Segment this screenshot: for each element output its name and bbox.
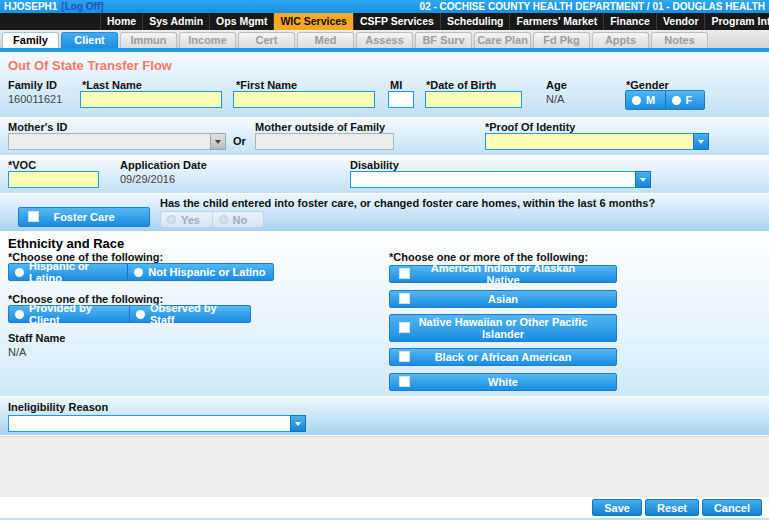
dropdown-arrow-button[interactable] bbox=[693, 133, 709, 150]
record-tabs: Family Client Immun Income Cert Med Asse… bbox=[0, 30, 769, 48]
age-value: N/A bbox=[546, 93, 564, 105]
gender-option-male[interactable]: M bbox=[626, 91, 665, 109]
application-date-value: 09/29/2016 bbox=[120, 173, 175, 185]
mi-input[interactable] bbox=[388, 91, 414, 108]
tab-appts[interactable]: Appts bbox=[592, 32, 649, 48]
save-button[interactable]: Save bbox=[592, 499, 642, 516]
ethnicity-race-section: Ethnicity and Race *Choose one of the fo… bbox=[0, 232, 769, 397]
radio-icon bbox=[167, 215, 176, 224]
proof-of-identity-label: *Proof Of Identity bbox=[485, 121, 575, 133]
menu-farmers-market[interactable]: Farmers' Market bbox=[509, 13, 603, 30]
ineligibility-select[interactable] bbox=[8, 415, 306, 432]
identity-row: Out Of State Transfer Flow Family ID 160… bbox=[0, 52, 769, 118]
family-id-label: Family ID bbox=[8, 79, 57, 91]
tab-family[interactable]: Family bbox=[2, 32, 59, 48]
checkbox-icon bbox=[399, 351, 410, 362]
empty-area bbox=[0, 436, 769, 497]
page-title: Out Of State Transfer Flow bbox=[8, 58, 172, 73]
gender-toggle: M F bbox=[625, 90, 705, 110]
radio-icon bbox=[134, 268, 143, 277]
dropdown-arrow-button[interactable] bbox=[210, 133, 226, 150]
last-name-label: *Last Name bbox=[82, 79, 142, 91]
foster-yes-no-toggle: Yes No bbox=[160, 211, 264, 228]
mother-outside-input[interactable] bbox=[255, 133, 394, 150]
menu-csfp-services[interactable]: CSFP Services bbox=[353, 13, 440, 30]
first-name-input[interactable] bbox=[233, 91, 375, 108]
last-name-input[interactable] bbox=[80, 91, 222, 108]
menu-ops-mgmt[interactable]: Ops Mgmt bbox=[209, 13, 273, 30]
disability-select[interactable] bbox=[350, 171, 651, 188]
radio-icon bbox=[15, 268, 24, 277]
race-option-white[interactable]: White bbox=[389, 373, 617, 391]
username: HJOSEPH1 bbox=[4, 1, 57, 12]
race-option-black[interactable]: Black or African American bbox=[389, 348, 617, 366]
menu-finance[interactable]: Finance bbox=[603, 13, 656, 30]
checkbox-icon bbox=[399, 268, 410, 279]
ethnicity-option-not-hispanic[interactable]: Not Hispanic or Latino bbox=[127, 264, 273, 280]
source-option-staff[interactable]: Observed by Staff bbox=[129, 306, 250, 322]
radio-icon bbox=[219, 215, 228, 224]
family-id-value: 160011621 bbox=[8, 93, 62, 105]
race-option-american-indian[interactable]: American Indian or Alaskan Native bbox=[389, 265, 617, 283]
cancel-button[interactable]: Cancel bbox=[702, 499, 762, 516]
dropdown-arrow-button[interactable] bbox=[290, 415, 306, 432]
dob-label: *Date of Birth bbox=[426, 79, 496, 91]
tab-fd-pkg[interactable]: Fd Pkg bbox=[533, 32, 590, 48]
gender-option-female[interactable]: F bbox=[665, 91, 705, 109]
ineligibility-row: Ineligibility Reason bbox=[0, 397, 769, 436]
checkbox-icon bbox=[28, 211, 39, 222]
foster-care-question: Has the child entered into foster care, … bbox=[160, 197, 655, 209]
tab-bf-surv[interactable]: BF Surv bbox=[415, 32, 472, 48]
tab-client[interactable]: Client bbox=[61, 32, 118, 48]
menu-sys-admin[interactable]: Sys Admin bbox=[142, 13, 209, 30]
first-name-label: *First Name bbox=[236, 79, 297, 91]
radio-icon bbox=[15, 310, 24, 319]
section-title: Ethnicity and Race bbox=[8, 236, 124, 251]
source-option-client[interactable]: Provided by Client bbox=[9, 306, 129, 322]
proof-of-identity-select[interactable] bbox=[485, 133, 709, 150]
chevron-down-icon bbox=[640, 178, 646, 185]
tab-cert[interactable]: Cert bbox=[238, 32, 295, 48]
ethnicity-option-hispanic[interactable]: Hispanic or Latino bbox=[9, 264, 127, 280]
staff-name-value: N/A bbox=[8, 346, 26, 358]
clinic-title: 02 - COCHISE COUNTY HEALTH DEPARTMENT / … bbox=[420, 0, 765, 13]
chevron-down-icon bbox=[295, 422, 301, 429]
source-toggle: Provided by Client Observed by Staff bbox=[8, 305, 251, 323]
menu-vendor[interactable]: Vendor bbox=[656, 13, 705, 30]
main-menu: Home Sys Admin Ops Mgmt WIC Services CSF… bbox=[0, 13, 769, 30]
ineligibility-label: Ineligibility Reason bbox=[8, 401, 108, 413]
dropdown-arrow-button[interactable] bbox=[635, 171, 651, 188]
menu-home[interactable]: Home bbox=[100, 13, 142, 30]
checkbox-icon bbox=[399, 376, 410, 387]
dob-input[interactable] bbox=[425, 91, 522, 108]
reset-button[interactable]: Reset bbox=[645, 499, 699, 516]
ethnicity-toggle: Hispanic or Latino Not Hispanic or Latin… bbox=[8, 263, 274, 281]
staff-name-label: Staff Name bbox=[8, 332, 65, 344]
race-option-native-hawaiian[interactable]: Native Hawaiian or Other Pacific Islande… bbox=[389, 314, 617, 342]
mother-outside-label: Mother outside of Family bbox=[255, 121, 385, 133]
chevron-down-icon bbox=[698, 140, 704, 147]
chevron-down-icon bbox=[215, 140, 221, 147]
tab-notes[interactable]: Notes bbox=[651, 32, 708, 48]
tab-income[interactable]: Income bbox=[179, 32, 236, 48]
voc-row: *VOC Application Date 09/29/2016 Disabil… bbox=[0, 156, 769, 194]
tab-med[interactable]: Med bbox=[297, 32, 354, 48]
checkbox-icon bbox=[399, 293, 410, 304]
username-area: HJOSEPH1[Log Off] bbox=[4, 0, 104, 13]
title-bar: HJOSEPH1[Log Off] 02 - COCHISE COUNTY HE… bbox=[0, 0, 769, 13]
mothers-id-select[interactable] bbox=[8, 133, 226, 150]
mother-row: Mother's ID Or Mother outside of Family … bbox=[0, 118, 769, 156]
tab-assess[interactable]: Assess bbox=[356, 32, 413, 48]
disability-label: Disability bbox=[350, 159, 399, 171]
foster-care-button[interactable]: Foster Care bbox=[18, 207, 150, 227]
radio-icon bbox=[136, 310, 145, 319]
tab-care-plan[interactable]: Care Plan bbox=[474, 32, 531, 48]
menu-program-integrity[interactable]: Program Integrity bbox=[704, 13, 769, 30]
race-option-asian[interactable]: Asian bbox=[389, 290, 617, 308]
menu-wic-services[interactable]: WIC Services bbox=[273, 13, 353, 30]
menu-scheduling[interactable]: Scheduling bbox=[440, 13, 510, 30]
voc-input[interactable] bbox=[8, 171, 99, 188]
foster-option-yes: Yes bbox=[161, 212, 212, 227]
logoff-link[interactable]: [Log Off] bbox=[61, 1, 103, 12]
tab-immun[interactable]: Immun bbox=[120, 32, 177, 48]
